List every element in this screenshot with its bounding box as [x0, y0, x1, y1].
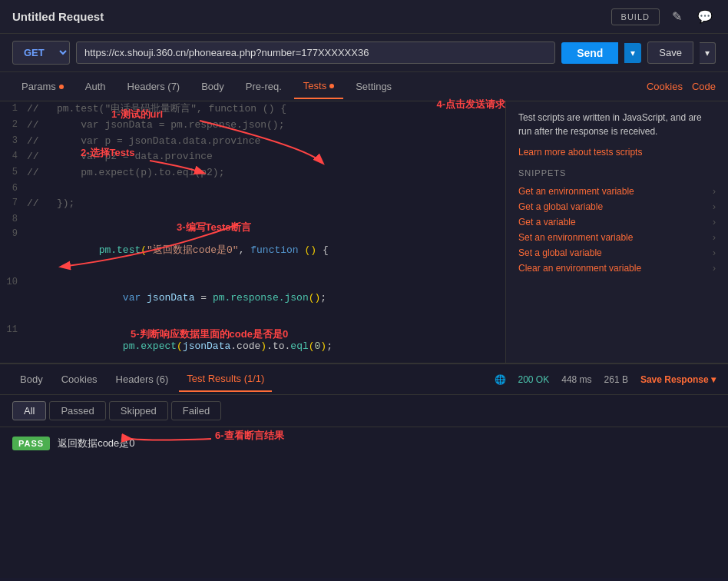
top-bar: Untitled Request BUILD ✎ 💬 — [0, 0, 728, 34]
code-line-7: 7 // }); — [0, 196, 505, 212]
save-button[interactable]: Save — [647, 42, 693, 64]
tab-headers-label: Headers (7) — [127, 81, 180, 92]
method-select[interactable]: GET — [12, 41, 70, 65]
response-size: 261 B — [604, 374, 628, 385]
snippets-label: SNIPPETS — [518, 168, 716, 178]
tab-tests[interactable]: Tests — [294, 74, 343, 99]
url-input[interactable] — [76, 42, 555, 64]
tab-settings-label: Settings — [356, 81, 392, 92]
code-link[interactable]: Code — [692, 81, 716, 92]
snippet-get-global[interactable]: Get a global variable — [518, 199, 716, 214]
right-panel: Test scripts are written in JavaScript, … — [505, 101, 728, 363]
save-response-button[interactable]: Save Response ▾ — [640, 374, 716, 385]
send-dropdown[interactable]: ▾ — [624, 43, 641, 63]
main-content: 1 // pm.test("电话号码批量断言", function () { 2… — [0, 101, 728, 363]
tab-bar-right: Cookies Code — [647, 81, 716, 92]
bottom-tab-left: Body Cookies Headers (6) Test Results (1… — [12, 367, 272, 392]
filter-failed[interactable]: Failed — [171, 401, 221, 420]
tab-auth-label: Auth — [85, 81, 106, 92]
code-editor[interactable]: 1 // pm.test("电话号码批量断言", function () { 2… — [0, 101, 505, 363]
tab-body[interactable]: Body — [192, 75, 233, 98]
code-line-1: 1 // pm.test("电话号码批量断言", function () { — [0, 101, 505, 118]
tab-auth[interactable]: Auth — [76, 75, 115, 98]
code-line-6: 6 — [0, 181, 505, 196]
filter-bar: All Passed Skipped Failed — [0, 395, 728, 427]
tab-tests-label: Tests — [303, 80, 326, 91]
snippet-get-env[interactable]: Get an environment variable — [518, 184, 716, 199]
top-bar-right: BUILD ✎ 💬 — [611, 6, 716, 27]
pass-badge: PASS — [12, 437, 50, 450]
app-title: Untitled Request — [12, 10, 104, 23]
filter-all[interactable]: All — [12, 401, 46, 420]
build-button[interactable]: BUILD — [611, 8, 660, 25]
edit-icon[interactable]: ✎ — [669, 6, 685, 27]
tab-bar-left: Params Auth Headers (7) Body Pre-req. Te… — [12, 74, 401, 99]
tab-settings[interactable]: Settings — [346, 75, 401, 98]
url-bar: GET Send ▾ Save ▾ — [0, 34, 728, 72]
bottom-tab-body[interactable]: Body — [12, 367, 51, 391]
response-time: 448 ms — [561, 374, 591, 385]
snippet-get-var[interactable]: Get a variable — [518, 214, 716, 230]
bottom-tab-cookies[interactable]: Cookies — [54, 367, 105, 391]
filter-passed[interactable]: Passed — [49, 401, 105, 420]
snippet-clear-env[interactable]: Clear an environment variable — [518, 261, 716, 276]
tab-prereq[interactable]: Pre-req. — [237, 75, 291, 98]
code-line-2: 2 // var jsonData = pm.response.json(); — [0, 118, 505, 134]
code-line-4: 4 // var p2 = data.province — [0, 149, 505, 165]
code-line-8: 8 — [0, 212, 505, 227]
send-button[interactable]: Send — [561, 42, 618, 64]
tab-headers[interactable]: Headers (7) — [118, 75, 190, 98]
snippet-set-env[interactable]: Set an environment variable — [518, 230, 716, 245]
code-line-5: 5 // pm.expect(p).to.eql(p2); — [0, 165, 505, 181]
status-code: 200 OK — [518, 374, 550, 385]
code-line-3: 3 // var p = jsonData.data.province — [0, 134, 505, 150]
tab-body-label: Body — [201, 81, 224, 92]
bottom-tab-bar: Body Cookies Headers (6) Test Results (1… — [0, 364, 728, 395]
tab-bar: Params Auth Headers (7) Body Pre-req. Te… — [0, 72, 728, 101]
tests-dot — [329, 84, 334, 88]
code-line-10: 10 var jsonData = pm.response.json(); — [0, 275, 505, 323]
params-dot — [59, 85, 64, 89]
cookies-link[interactable]: Cookies — [647, 81, 683, 92]
globe-icon: 🌐 — [495, 374, 506, 385]
learn-more-link[interactable]: Learn more about tests scripts — [518, 147, 642, 158]
right-panel-description: Test scripts are written in JavaScript, … — [518, 111, 716, 138]
code-line-9: 9 pm.test("返回数据code是0", function () { — [0, 227, 505, 274]
code-line-11: 11 pm.expect(jsonData.code).to.eql(0); — [0, 323, 505, 363]
code-lines: 1 // pm.test("电话号码批量断言", function () { 2… — [0, 101, 505, 363]
tab-params-label: Params — [22, 81, 56, 92]
comment-icon[interactable]: 💬 — [694, 6, 716, 27]
tab-prereq-label: Pre-req. — [246, 81, 282, 92]
app-wrapper: Untitled Request BUILD ✎ 💬 GET Send ▾ Sa… — [0, 0, 728, 581]
test-result-row-1: PASS 返回数据code是0 — [12, 437, 716, 450]
test-result-name-1: 返回数据code是0 — [58, 437, 134, 450]
bottom-tab-headers[interactable]: Headers (6) — [108, 367, 177, 391]
filter-skipped[interactable]: Skipped — [109, 401, 168, 420]
tab-params[interactable]: Params — [12, 75, 73, 98]
bottom-section: Body Cookies Headers (6) Test Results (1… — [0, 363, 728, 578]
snippet-set-global[interactable]: Set a global variable — [518, 245, 716, 261]
save-dropdown[interactable]: ▾ — [700, 42, 716, 64]
bottom-tab-right: 🌐 200 OK 448 ms 261 B Save Response ▾ — [495, 374, 716, 385]
bottom-tab-test-results[interactable]: Test Results (1/1) — [179, 367, 272, 392]
test-results-list: PASS 返回数据code是0 6-查看断言结果 — [0, 427, 728, 578]
